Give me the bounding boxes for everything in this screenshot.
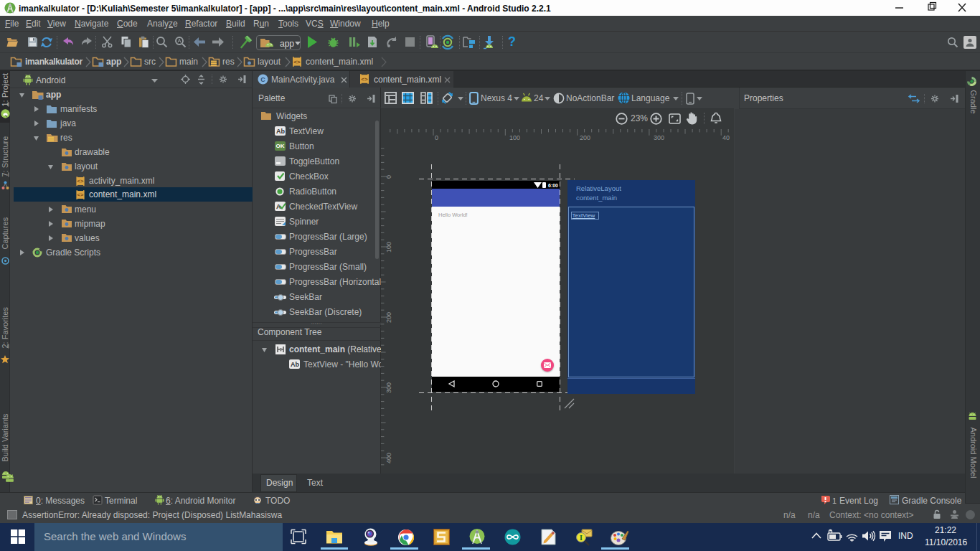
svg-text:300: 300 [385,382,392,393]
svg-text:0: 0 [435,134,438,141]
svg-text:<>: <> [293,59,301,65]
svg-text:<>: <> [77,192,84,198]
svg-text:C: C [260,76,265,83]
svg-text:I: I [580,534,583,542]
svg-text:300: 300 [654,134,664,141]
svg-text:0: 0 [385,175,392,179]
svg-text:<>: <> [361,76,368,83]
svg-text:400: 400 [385,453,392,463]
svg-text:100: 100 [509,134,520,141]
svg-text:40: 40 [722,134,730,141]
svg-text:100: 100 [385,242,392,253]
svg-text:200: 200 [385,312,392,323]
svg-text:200: 200 [580,134,590,141]
svg-text:<>: <> [77,178,84,184]
